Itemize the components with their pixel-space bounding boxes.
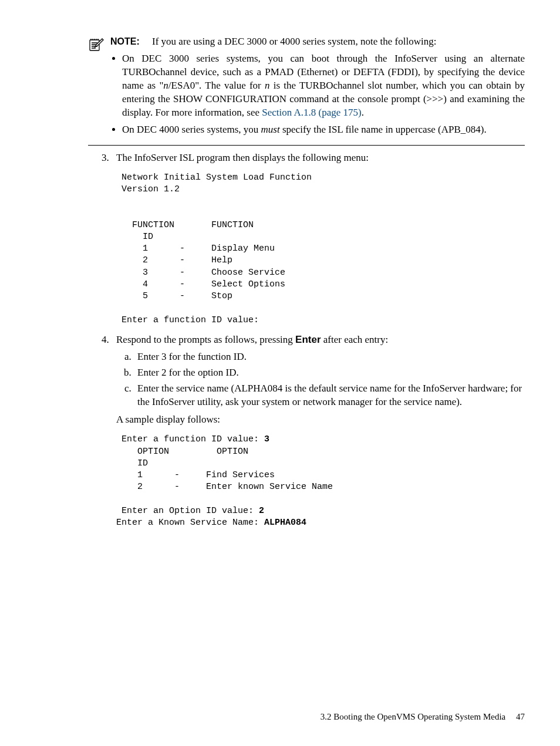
sample-intro: A sample display follows:: [116, 413, 525, 427]
step4-substeps: Enter 3 for the function ID. Enter 2 for…: [116, 350, 525, 409]
note-bullet-2: On DEC 4000 series systems, you must spe…: [122, 123, 525, 137]
step4-b: Enter 2 for the option ID.: [134, 366, 525, 380]
note-icon: [88, 36, 104, 57]
page-footer: 3.2 Booting the OpenVMS Operating System…: [321, 711, 525, 723]
step4-code-block: Enter a function ID value: 3 OPTION OPTI…: [116, 434, 525, 529]
note-block: NOTE: If you are using a DEC 3000 or 400…: [88, 35, 525, 146]
footer-page-number: 47: [516, 712, 525, 721]
step-4: Respond to the prompts as follows, press…: [112, 333, 525, 529]
note-label: NOTE:: [110, 36, 140, 46]
note-bullet-list: On DEC 3000 series systems, you can boot…: [110, 52, 525, 137]
step4-c: Enter the service name (ALPHA084 is the …: [134, 382, 525, 409]
step4-intro-b: after each entry:: [321, 334, 389, 345]
step4-a: Enter 3 for the function ID.: [134, 350, 525, 364]
note-bullet-1: On DEC 3000 series systems, you can boot…: [122, 52, 525, 120]
step4-intro-a: Respond to the prompts as follows, press…: [116, 334, 295, 345]
note-content: NOTE: If you are using a DEC 3000 or 400…: [110, 35, 525, 140]
document-page: NOTE: If you are using a DEC 3000 or 400…: [0, 0, 560, 746]
step-3: The InfoServer ISL program then displays…: [112, 151, 525, 326]
step3-code-block: Network Initial System Load Function Ver…: [116, 172, 525, 326]
enter-key: Enter: [295, 334, 321, 345]
step3-text: The InfoServer ISL program then displays…: [116, 152, 369, 163]
note-intro: If you are using a DEC 3000 or 4000 seri…: [152, 36, 436, 47]
footer-section: 3.2 Booting the OpenVMS Operating System…: [321, 712, 505, 721]
numbered-steps: The InfoServer ISL program then displays…: [35, 151, 525, 529]
section-link[interactable]: Section A.1.8 (page 175): [262, 107, 362, 118]
